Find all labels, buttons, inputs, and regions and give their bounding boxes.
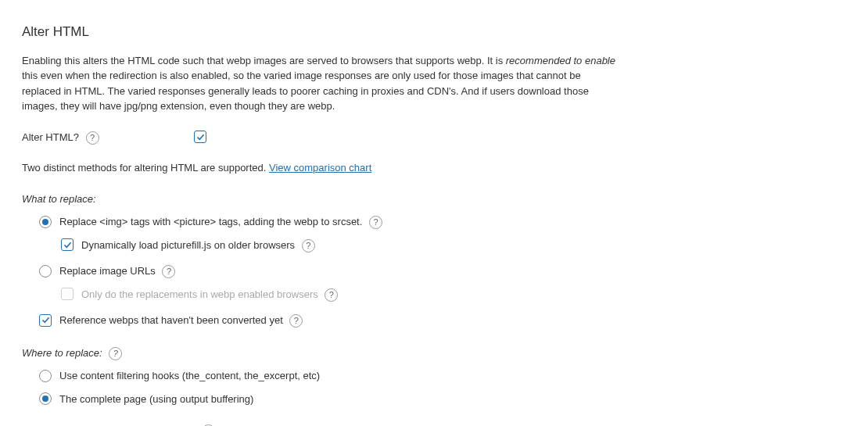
- picturefill-label: Dynamically load picturefill.js on older…: [81, 238, 315, 253]
- reference-unconverted-label: Reference webps that haven't been conver…: [59, 313, 303, 328]
- content-hooks-radio[interactable]: [39, 370, 52, 382]
- methods-text: Two distinct methods for altering HTML a…: [22, 160, 846, 176]
- alter-html-label: Alter HTML? ?: [22, 130, 194, 145]
- complete-page-label: The complete page (using output bufferin…: [59, 392, 253, 407]
- picturefill-checkbox[interactable]: [61, 238, 74, 251]
- help-icon[interactable]: ?: [162, 265, 175, 278]
- desc-part1: Enabling this alters the HTML code such …: [22, 55, 506, 66]
- where-to-replace-label: Where to replace: ?: [22, 345, 846, 361]
- what-to-replace-label: What to replace:: [22, 192, 846, 207]
- replace-urls-label: Replace image URLs ?: [59, 263, 175, 279]
- help-icon[interactable]: ?: [369, 216, 382, 229]
- alter-html-checkbox[interactable]: [194, 131, 206, 143]
- desc-part2: this even when the redirection is also e…: [22, 70, 589, 112]
- replace-img-tags-radio[interactable]: [39, 216, 52, 228]
- replace-img-tags-label: Replace <img> tags with <picture> tags, …: [59, 214, 382, 230]
- content-hooks-label: Use content filtering hooks (the_content…: [59, 368, 320, 384]
- desc-italic: recommended to enable: [506, 55, 615, 66]
- section-title: Alter HTML: [22, 22, 846, 42]
- complete-page-radio[interactable]: [39, 392, 52, 405]
- reference-unconverted-checkbox[interactable]: [39, 314, 52, 327]
- help-icon[interactable]: ?: [289, 314, 303, 328]
- description-text: Enabling this alters the HTML code such …: [22, 53, 616, 114]
- help-icon[interactable]: ?: [302, 239, 315, 252]
- help-icon[interactable]: ?: [325, 288, 338, 302]
- replace-urls-radio[interactable]: [39, 265, 52, 277]
- help-icon[interactable]: ?: [86, 131, 99, 145]
- help-icon[interactable]: ?: [109, 347, 122, 360]
- only-webp-browsers-checkbox: [61, 288, 74, 300]
- view-comparison-link[interactable]: View comparison chart: [269, 162, 371, 174]
- only-webp-browsers-label: Only do the replacements in webp enabled…: [81, 287, 338, 302]
